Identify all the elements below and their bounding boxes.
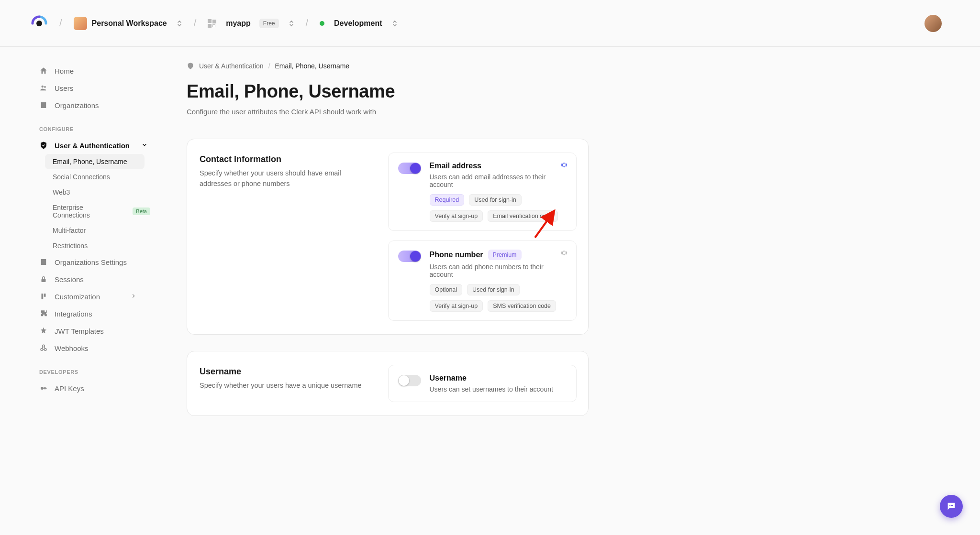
sidebar-sub-web3[interactable]: Web3 <box>53 185 158 200</box>
building-icon <box>39 258 48 266</box>
sidebar-sub-social[interactable]: Social Connections <box>53 169 158 185</box>
sidebar-item-label: Organizations <box>55 101 99 109</box>
workspace-switcher[interactable]: Personal Workspace <box>74 17 182 30</box>
sidebar-item-label: User & Authentication <box>55 142 130 150</box>
shield-icon <box>39 141 48 150</box>
clerk-logo <box>31 15 48 32</box>
username-toggle[interactable] <box>398 375 421 386</box>
chip-email-code: Email verification code <box>488 210 558 222</box>
sidebar-sub-multifactor[interactable]: Multi-factor <box>53 223 158 238</box>
svg-point-9 <box>951 505 952 506</box>
sidebar-item-org-settings[interactable]: Organizations Settings <box>39 253 158 271</box>
attribute-name: Username <box>430 374 467 382</box>
chevron-updown-icon <box>392 20 398 27</box>
sidebar-item-label: Home <box>55 67 74 75</box>
sidebar-item-label: Users <box>55 84 73 92</box>
building-icon <box>39 101 48 109</box>
chip-signin: Used for sign-in <box>469 194 522 206</box>
phone-settings-gear-icon[interactable] <box>560 249 568 259</box>
attribute-chips: Required Used for sign-in Verify at sign… <box>430 194 567 222</box>
sidebar-sub-restrictions[interactable]: Restrictions <box>53 238 158 253</box>
sidebar-item-label: Multi-factor <box>53 227 86 234</box>
sidebar-item-jwt[interactable]: JWT Templates <box>39 322 158 339</box>
chevron-down-icon <box>141 142 148 150</box>
help-chat-button[interactable] <box>940 495 963 518</box>
attribute-description: Users can add email addresses to their a… <box>430 173 567 188</box>
page-subtitle: Configure the user attributes the Clerk … <box>187 108 589 116</box>
svg-point-1 <box>42 86 44 88</box>
sidebar-item-users[interactable]: Users <box>39 79 158 97</box>
email-address-attribute: Email address Users can add email addres… <box>388 153 577 231</box>
card-description: Specify whether your users should have e… <box>200 168 369 189</box>
sidebar: Home Users Organizations CONFIGURE User … <box>0 47 158 535</box>
svg-point-5 <box>45 349 47 351</box>
app-name: myapp <box>226 19 251 28</box>
sidebar-section-developers: DEVELOPERS <box>39 357 158 380</box>
app-switcher[interactable]: myapp Free <box>208 19 294 28</box>
sidebar-item-label: Webhooks <box>55 344 89 352</box>
app-icon <box>208 19 216 28</box>
sidebar-item-webhooks[interactable]: Webhooks <box>39 339 158 357</box>
svg-point-2 <box>44 86 46 88</box>
sidebar-item-home[interactable]: Home <box>39 62 158 79</box>
user-menu-avatar[interactable] <box>924 15 942 32</box>
sidebar-item-user-auth[interactable]: User & Authentication <box>39 137 158 154</box>
key-icon <box>39 384 48 393</box>
chat-icon <box>946 501 957 512</box>
svg-rect-3 <box>42 279 46 282</box>
main-content: User & Authentication / Email, Phone, Us… <box>158 47 665 535</box>
sidebar-item-label: JWT Templates <box>55 327 104 335</box>
attribute-name: Email address <box>430 162 482 170</box>
breadcrumb-root[interactable]: User & Authentication <box>199 62 264 70</box>
sidebar-item-customization[interactable]: Customization <box>39 288 158 305</box>
sidebar-sub-email-phone-username[interactable]: Email, Phone, Username <box>45 154 145 169</box>
phone-toggle[interactable] <box>398 251 421 262</box>
attribute-name: Phone number <box>430 251 483 259</box>
environment-switcher[interactable]: Development <box>320 19 397 28</box>
sidebar-item-integrations[interactable]: Integrations <box>39 305 158 322</box>
phone-number-attribute: Phone number Premium Users can add phone… <box>388 240 577 321</box>
sidebar-item-label: Organizations Settings <box>55 258 127 266</box>
sidebar-item-sessions[interactable]: Sessions <box>39 271 158 288</box>
environment-name: Development <box>334 19 382 28</box>
chip-sms-code: SMS verification code <box>488 300 556 312</box>
svg-point-10 <box>952 505 953 506</box>
breadcrumb-separator: / <box>268 62 270 70</box>
page-title: Email, Phone, Username <box>187 81 589 102</box>
workspace-name: Personal Workspace <box>92 19 167 28</box>
breadcrumb-current: Email, Phone, Username <box>275 62 350 70</box>
beta-badge: Beta <box>133 207 150 215</box>
attribute-description: Users can add phone numbers to their acc… <box>430 263 567 278</box>
chip-verify-signup: Verify at sign-up <box>430 210 483 222</box>
puzzle-icon <box>39 309 48 318</box>
breadcrumb-separator: / <box>59 18 62 29</box>
attribute-chips: Optional Used for sign-in Verify at sign… <box>430 284 567 312</box>
breadcrumb-separator: / <box>194 18 197 29</box>
chip-verify-signup: Verify at sign-up <box>430 300 483 312</box>
shield-icon <box>187 62 194 70</box>
webhook-icon <box>39 344 48 352</box>
svg-point-4 <box>41 349 43 351</box>
sidebar-item-label: Customization <box>55 293 100 301</box>
workspace-avatar <box>74 17 87 30</box>
top-bar: / Personal Workspace / myapp Free / Deve… <box>0 0 980 47</box>
users-icon <box>39 84 48 92</box>
attribute-description: Users can set usernames to their account <box>430 385 567 393</box>
status-dot-icon <box>320 21 324 26</box>
sidebar-sub-enterprise[interactable]: Enterprise ConnectionsBeta <box>53 200 158 223</box>
palette-icon <box>39 292 48 301</box>
chip-required: Required <box>430 194 465 206</box>
username-attribute: Username Users can set usernames to thei… <box>388 365 577 402</box>
username-card: Username Specify whether your users have… <box>187 351 589 416</box>
sidebar-item-api-keys[interactable]: API Keys <box>39 380 158 397</box>
chevron-updown-icon <box>177 20 182 27</box>
svg-point-7 <box>41 387 44 390</box>
svg-point-8 <box>949 505 950 506</box>
email-toggle[interactable] <box>398 163 421 174</box>
sidebar-item-label: Web3 <box>53 188 70 196</box>
sidebar-item-organizations[interactable]: Organizations <box>39 97 158 114</box>
premium-badge: Premium <box>488 250 522 260</box>
star-icon <box>39 327 48 335</box>
card-description: Specify whether your users have a unique… <box>200 381 369 391</box>
email-settings-gear-icon[interactable] <box>560 161 568 171</box>
